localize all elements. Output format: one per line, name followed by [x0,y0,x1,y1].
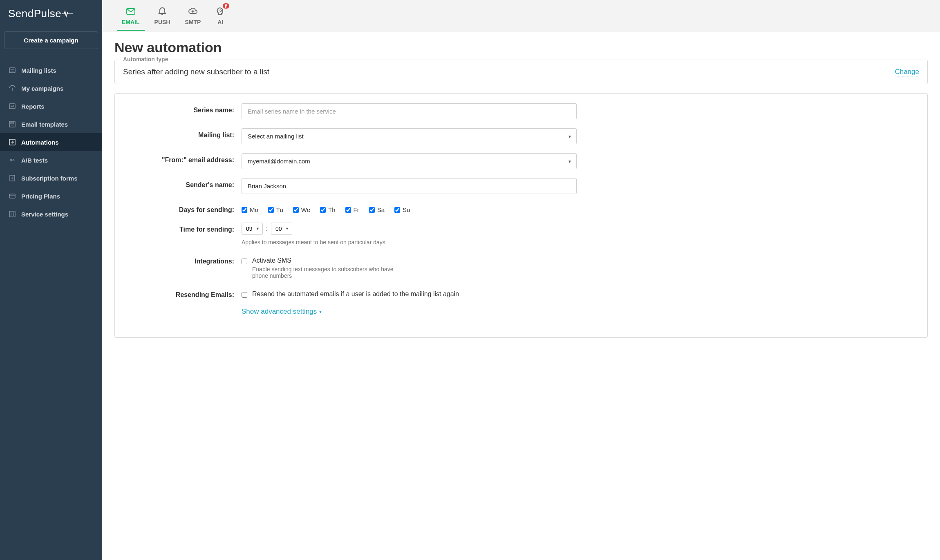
day-label: We [301,206,310,213]
sidebar-item-pricing[interactable]: Pricing Plans [0,187,102,205]
day-checkbox-sa[interactable] [369,207,375,213]
day-fr[interactable]: Fr [345,206,359,213]
from-email-label: "From:" email address: [123,153,242,164]
day-we[interactable]: We [293,206,310,213]
sidebar-item-automation[interactable]: Automations [0,133,102,151]
days-group: MoTuWeThFrSaSu [242,203,577,213]
sidebar-item-label: Reports [21,103,45,110]
svg-rect-17 [9,211,15,217]
sidebar-item-label: Service settings [21,211,68,218]
sidebar-item-template[interactable]: Email templates [0,115,102,133]
time-minute-select[interactable]: 00 [271,223,292,235]
day-su[interactable]: Su [394,206,410,213]
day-label: Mo [250,206,258,213]
sender-name-input[interactable] [242,178,577,194]
tab-email[interactable]: EMAIL [114,0,147,31]
activate-sms-desc: Enable sending text messages to subscrib… [252,266,407,279]
day-label: Fr [354,206,359,213]
time-label: Time for sending: [123,223,242,233]
mailing-list-label: Mailing list: [123,128,242,139]
pulse-icon [62,10,73,18]
abtest-icon [8,156,16,164]
bell-icon [157,7,167,16]
show-advanced-link[interactable]: Show advanced settings ▾ [242,308,322,316]
day-mo[interactable]: Mo [242,206,258,213]
day-label: Su [403,206,410,213]
time-colon: : [266,225,268,232]
content: New automation Automation type Series af… [102,31,940,560]
day-checkbox-we[interactable] [293,207,299,213]
sidebar-item-label: My campaigns [21,85,63,92]
day-checkbox-mo[interactable] [242,207,247,213]
sidebar-item-label: A/B tests [21,157,48,164]
sidebar-item-abtest[interactable]: A/B tests [0,151,102,169]
caret-down-icon: ▾ [319,309,322,315]
tab-label: PUSH [154,19,170,25]
svg-point-10 [13,159,14,161]
sidebar-nav: Mailing listsMy campaignsReportsEmail te… [0,61,102,223]
activate-sms-checkbox[interactable] [242,259,247,264]
time-hint: Applies to messages meant to be sent on … [242,239,577,245]
activate-sms-label: Activate SMS [252,257,407,264]
svg-rect-0 [9,68,15,73]
day-label: Tu [276,206,283,213]
sidebar-item-settings[interactable]: Service settings [0,205,102,223]
day-label: Sa [377,206,385,213]
report-icon [8,102,16,110]
sidebar-item-campaign[interactable]: My campaigns [0,79,102,97]
tab-smtp[interactable]: SMTP [177,0,208,31]
sidebar-item-label: Mailing lists [21,67,56,74]
sidebar-item-label: Automations [21,139,59,146]
main: EMAILPUSHSMTPAIβ New automation Automati… [102,0,940,560]
svg-point-9 [10,159,12,161]
brand-logo: SendPulse [0,0,102,27]
resending-label: Resending Emails: [123,288,242,299]
tab-ai[interactable]: AIβ [208,0,233,31]
day-checkbox-fr[interactable] [345,207,351,213]
page-title: New automation [114,40,928,56]
change-link[interactable]: Change [895,68,919,76]
svg-point-22 [220,10,222,11]
create-campaign-button[interactable]: Create a campaign [4,31,98,49]
tab-label: AI [217,19,223,25]
sidebar-item-list[interactable]: Mailing lists [0,61,102,79]
list-icon [8,66,16,74]
series-name-label: Series name: [123,103,242,114]
brand-name: SendPulse [8,7,61,20]
form-panel: Series name: Mailing list: Select an mai… [114,93,928,338]
series-name-input[interactable] [242,103,577,119]
pricing-icon [8,192,16,200]
automation-type-legend: Automation type [121,56,170,62]
sidebar: SendPulse Create a campaign Mailing list… [0,0,102,560]
resend-label: Resend the automated emails if a user is… [252,290,459,298]
sidebar-item-label: Pricing Plans [21,193,60,200]
time-hour-select[interactable]: 09 [242,223,263,235]
sidebar-item-label: Email templates [21,121,68,128]
template-icon [8,120,16,128]
svg-rect-6 [11,123,14,124]
mailing-list-select[interactable]: Select an mailing list [242,128,577,144]
campaign-icon [8,84,16,92]
sidebar-item-report[interactable]: Reports [0,97,102,115]
automation-type-box: Automation type Series after adding new … [114,60,928,84]
day-tu[interactable]: Tu [268,206,283,213]
sidebar-item-form[interactable]: Subscription forms [0,169,102,187]
day-checkbox-tu[interactable] [268,207,274,213]
beta-badge: β [223,3,229,9]
settings-icon [8,210,16,218]
tab-label: SMTP [185,19,201,25]
integrations-label: Integrations: [123,254,242,265]
day-th[interactable]: Th [320,206,336,213]
sender-name-label: Sender's name: [123,178,242,189]
day-checkbox-su[interactable] [394,207,400,213]
day-sa[interactable]: Sa [369,206,385,213]
tab-label: EMAIL [122,19,140,25]
resend-checkbox[interactable] [242,292,247,298]
svg-rect-15 [9,194,15,198]
day-label: Th [328,206,336,213]
mail-icon [126,7,136,16]
tab-push[interactable]: PUSH [147,0,178,31]
from-email-select[interactable]: myemail@domain.com [242,153,577,169]
day-checkbox-th[interactable] [320,207,326,213]
sidebar-item-label: Subscription forms [21,175,78,182]
